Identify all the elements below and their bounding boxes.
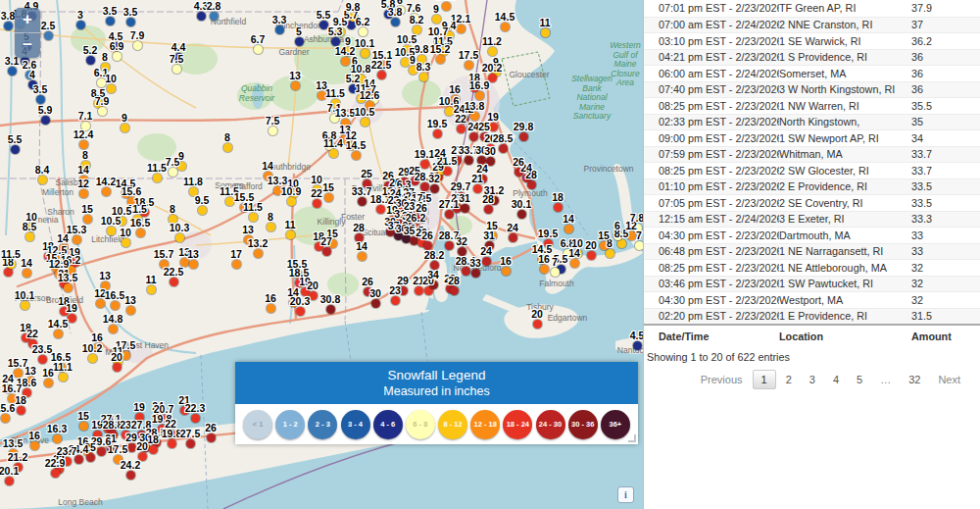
- snowfall-marker[interactable]: [8, 67, 17, 76]
- snowfall-marker[interactable]: [9, 449, 18, 458]
- snowfall-marker[interactable]: [244, 235, 253, 244]
- snowfall-marker[interactable]: [477, 156, 486, 165]
- snowfall-marker[interactable]: [469, 132, 478, 141]
- snowfall-marker[interactable]: [30, 441, 39, 450]
- snowfall-marker[interactable]: [457, 192, 466, 201]
- snowfall-marker[interactable]: [59, 373, 68, 382]
- snowfall-marker[interactable]: [488, 74, 497, 82]
- snowfall-marker[interactable]: [273, 186, 282, 195]
- snowfall-marker[interactable]: [38, 176, 47, 184]
- snowfall-marker[interactable]: [633, 341, 642, 350]
- snowfall-marker[interactable]: [462, 267, 470, 276]
- snowfall-marker[interactable]: [79, 176, 88, 184]
- table-row[interactable]: 08:25 pm EST - 2/23/20261 NW Warren, RI3…: [644, 97, 980, 114]
- table-row[interactable]: 12:15 am EST - 2/24/20263 E Exeter, RI33…: [644, 211, 980, 228]
- snowfall-marker[interactable]: [54, 330, 63, 338]
- snowfall-marker[interactable]: [291, 81, 300, 90]
- snowfall-marker[interactable]: [8, 394, 17, 403]
- snowfall-marker[interactable]: [453, 156, 462, 165]
- snowfall-marker[interactable]: [485, 241, 494, 250]
- snowfall-marker[interactable]: [355, 233, 364, 242]
- snowfall-marker[interactable]: [254, 249, 263, 258]
- snowfall-marker[interactable]: [7, 260, 16, 269]
- zoom-in-button[interactable]: +: [15, 8, 40, 32]
- snowfall-marker[interactable]: [53, 434, 62, 443]
- snowfall-marker[interactable]: [11, 145, 20, 154]
- snowfall-marker[interactable]: [364, 287, 372, 296]
- snowfall-marker[interactable]: [331, 99, 340, 108]
- snowfall-marker[interactable]: [126, 471, 135, 480]
- snowfall-marker[interactable]: [86, 453, 95, 462]
- snowfall-marker[interactable]: [174, 53, 183, 62]
- snowfall-marker[interactable]: [79, 140, 88, 149]
- snowfall-marker[interactable]: [554, 203, 563, 212]
- snowfall-marker[interactable]: [361, 49, 369, 58]
- snowfall-marker[interactable]: [23, 388, 31, 397]
- snowfall-marker[interactable]: [88, 354, 97, 363]
- snowfall-marker[interactable]: [433, 129, 442, 138]
- table-row[interactable]: 06:48 pm EST - 2/23/20261 NE Narraganset…: [644, 243, 980, 260]
- snowfall-marker[interactable]: [269, 127, 277, 135]
- snowfall-marker[interactable]: [461, 204, 469, 213]
- snowfall-marker[interactable]: [633, 224, 642, 232]
- snowfall-marker[interactable]: [470, 112, 479, 121]
- table-row[interactable]: 06:00 am EST - 2/24/2026Somerset, MA36: [644, 65, 980, 81]
- snowfall-marker[interactable]: [55, 270, 64, 279]
- snowfall-marker[interactable]: [423, 241, 432, 250]
- snowfall-marker[interactable]: [67, 266, 75, 275]
- snowfall-marker[interactable]: [486, 144, 495, 153]
- snowfall-marker[interactable]: [172, 65, 181, 74]
- column-header-amount[interactable]: Amount: [911, 331, 980, 342]
- pagination-page-32[interactable]: 32: [901, 371, 928, 388]
- snowfall-marker[interactable]: [97, 78, 106, 87]
- snowfall-marker[interactable]: [330, 114, 339, 123]
- snowfall-marker[interactable]: [480, 132, 489, 141]
- snowfall-marker[interactable]: [27, 223, 36, 231]
- snowfall-marker[interactable]: [475, 91, 484, 100]
- snowfall-marker[interactable]: [79, 189, 88, 198]
- snowfall-marker[interactable]: [514, 168, 523, 177]
- snowfall-marker[interactable]: [458, 247, 466, 256]
- snowfall-marker[interactable]: [430, 261, 439, 270]
- snowfall-marker[interactable]: [44, 379, 53, 387]
- snowfall-marker[interactable]: [106, 17, 115, 25]
- snowfall-marker[interactable]: [98, 107, 107, 116]
- snowfall-marker[interactable]: [177, 162, 186, 171]
- snowfall-marker[interactable]: [170, 278, 178, 286]
- snowfall-marker[interactable]: [25, 71, 34, 79]
- pagination-page-2[interactable]: 2: [778, 371, 800, 388]
- snowfall-marker[interactable]: [442, 2, 451, 11]
- snowfall-marker[interactable]: [470, 83, 479, 92]
- snowfall-marker[interactable]: [502, 267, 511, 276]
- snowfall-marker[interactable]: [122, 189, 130, 198]
- snowfall-marker[interactable]: [357, 94, 366, 103]
- snowfall-marker[interactable]: [17, 406, 25, 415]
- snowfall-marker[interactable]: [68, 314, 76, 323]
- snowfall-marker[interactable]: [351, 67, 360, 76]
- snowfall-marker[interactable]: [133, 41, 142, 50]
- snowfall-marker[interactable]: [249, 213, 258, 222]
- snowfall-marker[interactable]: [587, 251, 596, 260]
- snowfall-marker[interactable]: [436, 159, 445, 168]
- snowfall-marker[interactable]: [399, 286, 408, 295]
- snowfall-marker[interactable]: [489, 123, 498, 131]
- snowfall-marker[interactable]: [322, 247, 331, 256]
- snowfall-marker[interactable]: [432, 15, 441, 24]
- snowfall-marker[interactable]: [482, 257, 491, 266]
- snowfall-marker[interactable]: [160, 415, 169, 424]
- table-row[interactable]: 04:30 pm EST - 2/23/2026Dartmouth, MA33: [644, 227, 980, 243]
- snowfall-marker[interactable]: [232, 260, 241, 269]
- snowfall-marker[interactable]: [223, 143, 232, 152]
- snowfall-marker[interactable]: [76, 21, 85, 29]
- snowfall-marker[interactable]: [384, 181, 393, 190]
- snowfall-marker[interactable]: [74, 455, 83, 464]
- pagination-page-5[interactable]: 5: [849, 371, 870, 388]
- snowfall-marker[interactable]: [457, 25, 466, 33]
- table-row[interactable]: 08:25 pm EST - 2/23/20262 SW Glocester, …: [644, 162, 980, 178]
- snowfall-marker[interactable]: [240, 203, 249, 212]
- snowfall-marker[interactable]: [180, 406, 189, 415]
- snowfall-marker[interactable]: [627, 231, 636, 240]
- snowfall-marker[interactable]: [509, 233, 517, 242]
- snowfall-marker[interactable]: [313, 199, 321, 208]
- snowfall-marker[interactable]: [471, 269, 480, 278]
